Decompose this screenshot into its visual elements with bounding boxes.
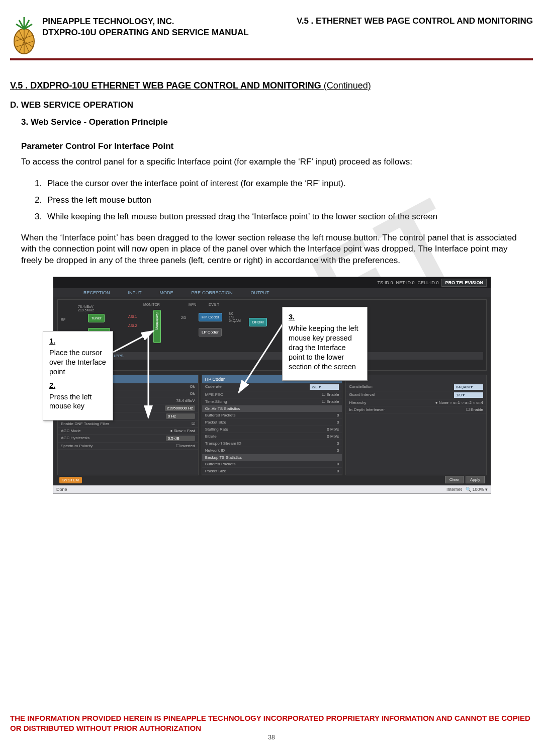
subsection-d: D. WEB SERVICE OPERATION bbox=[10, 100, 533, 110]
intro-paragraph: To access the control panel for a specif… bbox=[21, 156, 528, 168]
table-row: Spectrum Polarity☐ Inverted bbox=[58, 443, 198, 450]
table-row: Network ID0 bbox=[202, 447, 342, 454]
apply-button[interactable]: Apply bbox=[466, 476, 485, 483]
onair-subtitle: On-Air TS Statistics bbox=[202, 405, 342, 412]
hl-input: INPUT bbox=[128, 290, 142, 295]
table-row: Hierarchy● None ○ α=1 ○ α=2 ○ α=4 bbox=[346, 399, 486, 406]
bottom-buttons: Clear Apply bbox=[445, 476, 485, 483]
table-row: AGC Mode● Slow ○ Fast bbox=[58, 428, 198, 435]
ratio-label: 2/3 bbox=[181, 316, 186, 319]
pineapple-logo-icon bbox=[10, 15, 38, 55]
callout-2-num: 2. bbox=[49, 381, 107, 390]
callout-3-text: While keeping the left mouse key pressed… bbox=[289, 324, 361, 371]
paragraph-title: Parameter Control For Interface Point bbox=[21, 141, 533, 151]
status-net: Internet bbox=[446, 487, 462, 492]
step-2: Press the left mouse button bbox=[44, 193, 533, 207]
header: PINEAPPLE TECHNOLOGY, INC. DTXPRO-10U OP… bbox=[10, 15, 533, 55]
hl-mode: MODE bbox=[160, 290, 173, 295]
callout-right: 3. While keeping the left mouse key pres… bbox=[282, 307, 368, 381]
table-row: Enable DNF Tracking Filter☑ bbox=[58, 421, 198, 428]
hl-output: OUTPUT bbox=[251, 290, 269, 295]
manual-name: DTXPRO-10U OPERATING AND SERVICE MANUAL bbox=[42, 27, 249, 38]
lpcoder-block[interactable]: LP Coder bbox=[199, 328, 222, 337]
table-row: Stuffing Rate0 Mb/s bbox=[202, 475, 342, 475]
section-title: V.5 . DXDPRO-10U ETHERNET WEB PAGE CONTR… bbox=[10, 80, 533, 91]
callout-left: 1. Place the cursor over the Interface p… bbox=[43, 331, 113, 421]
hl-precorrection: PRE-CORRECTION bbox=[192, 290, 233, 295]
panel-right[interactable]: . Constellation64QAM ▾ Guard Interval1/8… bbox=[345, 375, 487, 475]
footer: THE INFORMATION PROVIDED HEREIN IS PINEA… bbox=[10, 713, 533, 741]
company-name: PINEAPPLE TECHNOLOGY, INC. bbox=[42, 16, 249, 27]
table-row: Buffered Packets0 bbox=[202, 412, 342, 419]
cell-id: CELL-ID:0 bbox=[417, 280, 438, 285]
brand-badge: PRO TELEVISION bbox=[441, 279, 487, 287]
head-labels: RECEPTION INPUT MODE PRE-CORRECTION OUTP… bbox=[53, 288, 491, 297]
callout-1-text: Place the cursor over the Interface poin… bbox=[49, 348, 107, 377]
rf-label[interactable]: RF bbox=[61, 318, 65, 321]
table-row: Guard Interval1/8 ▾ bbox=[346, 391, 486, 399]
ts-id: TS-ID:0 bbox=[377, 280, 393, 285]
ss-topbar: TS-ID:0 NET-ID:0 CELL-ID:0 PRO TELEVISIO… bbox=[53, 277, 491, 288]
table-row: Transport Stream ID0 bbox=[202, 440, 342, 447]
hl-reception: RECEPTION bbox=[83, 290, 110, 295]
header-left: PINEAPPLE TECHNOLOGY, INC. DTXPRO-10U OP… bbox=[42, 16, 249, 38]
clear-button[interactable]: Clear bbox=[445, 476, 464, 483]
table-row: Constellation64QAM ▾ bbox=[346, 383, 486, 391]
table-row: Buffered Packets0 bbox=[202, 461, 342, 468]
hpcoder-block[interactable]: HP Coder bbox=[199, 313, 222, 321]
header-right: V.5 . ETHERNET WEB PAGE CONTROL AND MONI… bbox=[297, 16, 533, 38]
tuner-block[interactable]: Tuner bbox=[88, 314, 105, 322]
callout-3-num: 3. bbox=[289, 312, 361, 322]
monitor-label: MONITOR bbox=[143, 303, 160, 306]
backup-subtitle: Backup TS Statistics bbox=[202, 454, 342, 461]
table-row: In-Depth Interleaver☐ Enable bbox=[346, 406, 486, 413]
asi1-label[interactable]: ASI-1 bbox=[128, 315, 137, 318]
table-row: AGC Hysteresis0.5 dB bbox=[58, 435, 198, 443]
step-3: While keeping the left mouse button pres… bbox=[44, 210, 533, 223]
header-rule bbox=[10, 58, 533, 60]
subsection-3: 3. Web Service - Operation Principle bbox=[21, 117, 533, 127]
statusbar: Done Internet 🔍 100% ▾ bbox=[53, 485, 491, 493]
table-row: Time-Slicing☐ Enable bbox=[202, 398, 342, 405]
arrow-2-icon bbox=[133, 327, 163, 428]
svg-line-3 bbox=[239, 322, 284, 392]
table-row: Packet Size0 bbox=[202, 419, 342, 426]
table-row: Packet Size0 bbox=[202, 468, 342, 475]
mfn-label: MFN bbox=[189, 303, 196, 306]
table-row: Stuffing Rate0 Mb/s bbox=[202, 426, 342, 433]
page: DRAFT PINEAPPLE TECHNOLOGY, INC. DTXPRO-… bbox=[0, 0, 543, 756]
section-title-text: V.5 . DXDPRO-10U ETHERNET WEB PAGE CONTR… bbox=[10, 80, 321, 91]
continued-text: (Continued) bbox=[321, 80, 371, 91]
status-done: Done bbox=[56, 487, 67, 492]
signal-reading: 78.4dBuV 219.5MHz bbox=[78, 305, 94, 312]
system-button[interactable]: SYSTEM bbox=[59, 477, 82, 483]
figure-wrap: TS-ID:0 NET-ID:0 CELL-ID:0 PRO TELEVISIO… bbox=[53, 277, 490, 494]
page-number: 38 bbox=[10, 734, 533, 741]
net-id: NET-ID:0 bbox=[396, 280, 414, 285]
callout-1-num: 1. bbox=[49, 337, 107, 346]
footer-warning: THE INFORMATION PROVIDED HEREIN IS PINEA… bbox=[10, 713, 533, 733]
after-paragraph: When the ‘Interface point’ has been drag… bbox=[21, 232, 528, 267]
steps-list: Place the cursor over the interface poin… bbox=[33, 177, 533, 224]
table-row: Bitrate0 Mb/s bbox=[202, 433, 342, 440]
callout-2-text: Press the left mouse key bbox=[49, 392, 107, 411]
dvbt-label: DVB-T bbox=[209, 303, 219, 306]
step-1: Place the cursor over the interface poin… bbox=[44, 177, 533, 190]
status-zoom: 100% bbox=[472, 487, 484, 492]
